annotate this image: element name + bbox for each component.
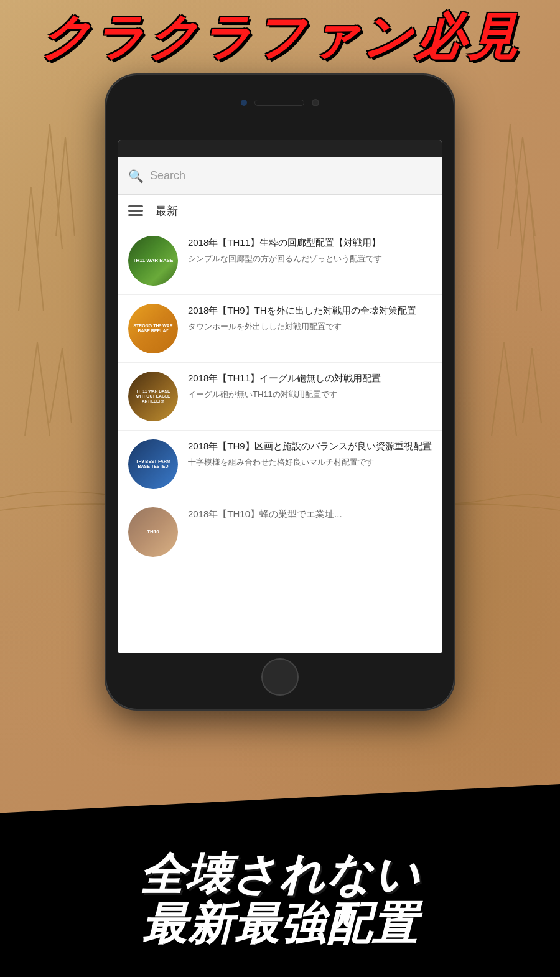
item-description: イーグル砲が無いTH11の対戦用配置です: [188, 388, 432, 401]
item-text: 2018年【TH10】蜂の巣型でエ業址...: [188, 507, 432, 524]
item-title: 2018年【TH9】THを外に出した対戦用の全壊対策配置: [188, 304, 432, 317]
list-item[interactable]: TH9 BEST FARM BASE TESTED 2018年【TH9】区画と施…: [118, 431, 442, 498]
hamburger-menu-icon[interactable]: [128, 205, 143, 216]
list-item[interactable]: TH10 2018年【TH10】蜂の巣型でエ業址...: [118, 498, 442, 566]
item-thumbnail: TH10: [128, 507, 178, 557]
nav-bar: 最新: [118, 195, 442, 227]
item-thumbnail: TH9 BEST FARM BASE TESTED: [128, 439, 178, 489]
list-item[interactable]: STRONG TH9 WAR BASE REPLAY 2018年【TH9】THを…: [118, 295, 442, 363]
item-description: シンプルな回廊型の方が回るんだゾっという配置です: [188, 253, 432, 265]
item-text: 2018年【TH9】区画と施設のバランスが良い資源重視配置 十字模様を組み合わせ…: [188, 439, 432, 469]
item-thumbnail: TH 11 WAR BASE WITHOUT EAGLE ARTILLERY: [128, 372, 178, 421]
item-title: 2018年【TH9】区画と施設のバランスが良い資源重視配置: [188, 439, 432, 452]
phone-device: 🔍 Search 最新: [106, 75, 454, 709]
bottom-banner-content: 全壊されない 最新最強配置: [139, 813, 421, 948]
search-icon: 🔍: [128, 169, 144, 184]
search-input[interactable]: Search: [150, 169, 432, 182]
nav-title: 最新: [156, 203, 178, 218]
item-description: タウンホールを外出しした対戦用配置です: [188, 320, 432, 333]
phone-speaker: [254, 100, 304, 106]
item-title: 2018年【TH11】生粋の回廊型配置【対戦用】: [188, 236, 432, 249]
top-banner-text: クラクラファン必見: [40, 12, 520, 62]
phone-top-area: [218, 93, 342, 112]
rear-camera-icon: [312, 99, 319, 106]
front-camera-icon: [241, 100, 247, 106]
item-title: 2018年【TH11】イーグル砲無しの対戦用配置: [188, 372, 432, 385]
phone-screen: 🔍 Search 最新: [118, 140, 442, 653]
app-content: 🔍 Search 最新: [118, 140, 442, 653]
phone-home-button[interactable]: [261, 658, 299, 696]
phone-body: 🔍 Search 最新: [106, 75, 454, 709]
top-banner: クラクラファン必見: [0, 12, 560, 62]
item-text: 2018年【TH11】イーグル砲無しの対戦用配置 イーグル砲が無いTH11の対戦…: [188, 372, 432, 401]
search-bar[interactable]: 🔍 Search: [118, 157, 442, 195]
item-description: 十字模様を組み合わせた格好良いマルチ村配置です: [188, 456, 432, 469]
bottom-banner-line1: 全壊されない: [139, 850, 421, 899]
bottom-banner-line2: 最新最強配置: [139, 899, 421, 948]
list-item[interactable]: TH 11 WAR BASE WITHOUT EAGLE ARTILLERY 2…: [118, 363, 442, 431]
item-text: 2018年【TH11】生粋の回廊型配置【対戦用】 シンプルな回廊型の方が回るんだ…: [188, 236, 432, 265]
item-thumbnail: TH11 WAR BASE: [128, 236, 178, 286]
item-text: 2018年【TH9】THを外に出した対戦用の全壊対策配置 タウンホールを外出しし…: [188, 304, 432, 333]
status-bar: [118, 140, 442, 157]
item-title: 2018年【TH10】蜂の巣型でエ業址...: [188, 507, 432, 520]
list-item[interactable]: TH11 WAR BASE 2018年【TH11】生粋の回廊型配置【対戦用】 シ…: [118, 227, 442, 295]
item-thumbnail: STRONG TH9 WAR BASE REPLAY: [128, 304, 178, 353]
bottom-banner: 全壊されない 最新最強配置: [0, 784, 560, 977]
content-list: TH11 WAR BASE 2018年【TH11】生粋の回廊型配置【対戦用】 シ…: [118, 227, 442, 653]
